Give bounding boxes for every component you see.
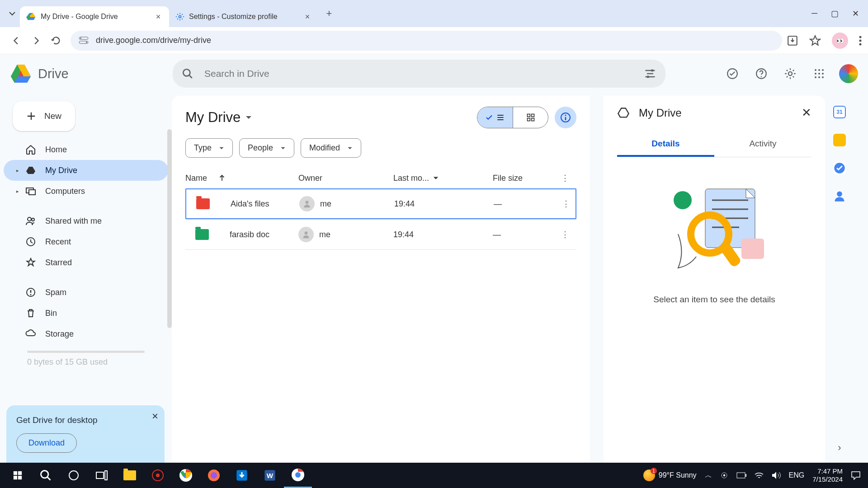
- chrome-active-icon[interactable]: [284, 463, 312, 488]
- row-more-icon[interactable]: ⋮: [557, 199, 575, 209]
- filter-chip-modified[interactable]: Modified: [301, 138, 361, 158]
- firefox-icon[interactable]: [200, 463, 228, 488]
- sidebar-item-starred[interactable]: Starred: [4, 252, 168, 273]
- svg-point-0: [179, 16, 181, 18]
- sidebar-item-home[interactable]: Home: [4, 139, 168, 160]
- sort-asc-icon[interactable]: [218, 174, 226, 182]
- browser-tab-inactive[interactable]: Settings - Customize profile ×: [169, 6, 318, 27]
- sidebar-item-my-drive[interactable]: ▸My Drive: [4, 160, 168, 181]
- apps-grid-icon[interactable]: [810, 65, 828, 83]
- list-view-button[interactable]: [477, 107, 513, 128]
- chrome-profile-icon[interactable]: 👀: [832, 33, 848, 49]
- account-avatar[interactable]: [839, 64, 858, 83]
- sidebar-scrollbar[interactable]: [167, 129, 172, 328]
- col-size-label[interactable]: File size: [493, 174, 556, 183]
- breadcrumb[interactable]: My Drive: [185, 109, 252, 126]
- ready-offline-icon[interactable]: [723, 65, 741, 83]
- rail-collapse-icon[interactable]: ›: [838, 442, 841, 454]
- drive-logo[interactable]: Drive: [10, 64, 173, 84]
- filter-chip-people[interactable]: People: [239, 138, 294, 158]
- expand-icon[interactable]: ▸: [16, 188, 19, 194]
- keep-addon-icon[interactable]: [833, 134, 846, 146]
- search-input[interactable]: [204, 68, 633, 79]
- tray-wifi-icon[interactable]: [755, 472, 764, 479]
- row-more-icon[interactable]: ⋮: [556, 230, 574, 239]
- col-name-label[interactable]: Name: [185, 174, 207, 183]
- toggle-details-button[interactable]: [555, 107, 576, 128]
- start-button[interactable]: [4, 463, 32, 488]
- expand-icon[interactable]: ▸: [16, 168, 19, 174]
- tasks-addon-icon[interactable]: [833, 162, 846, 174]
- tray-location-icon[interactable]: [720, 471, 728, 479]
- url-field[interactable]: drive.google.com/drive/my-drive: [71, 31, 782, 51]
- downloads-icon[interactable]: [228, 463, 256, 488]
- reload-button[interactable]: [46, 31, 66, 51]
- download-button[interactable]: Download: [16, 433, 77, 453]
- close-window-icon[interactable]: ✕: [852, 9, 859, 19]
- install-app-icon[interactable]: [787, 35, 798, 47]
- chrome-menu-icon[interactable]: [859, 36, 862, 46]
- task-view-icon[interactable]: [88, 463, 116, 488]
- search-box[interactable]: [173, 60, 665, 88]
- action-center-icon[interactable]: [851, 471, 861, 480]
- close-details-icon[interactable]: ✕: [802, 106, 811, 120]
- tray-volume-icon[interactable]: [772, 471, 781, 479]
- close-tab-icon[interactable]: ×: [303, 12, 312, 21]
- close-promo-icon[interactable]: ×: [152, 410, 158, 422]
- sidebar-item-storage[interactable]: Storage: [4, 324, 168, 344]
- drive-logo-icon: [10, 64, 32, 84]
- svg-point-8: [859, 43, 862, 45]
- settings-icon[interactable]: [781, 65, 799, 83]
- details-empty-message: Select an item to see the details: [617, 295, 811, 305]
- svg-rect-35: [531, 118, 534, 121]
- col-owner-label[interactable]: Owner: [298, 174, 393, 183]
- windows-taskbar: W 1 99°F Sunny ︿ ENG 7:47 PM 7/15/2024: [0, 463, 868, 488]
- browser-tab-active[interactable]: My Drive - Google Drive ×: [20, 6, 169, 27]
- weather-widget[interactable]: 1 99°F Sunny: [643, 469, 697, 481]
- table-row[interactable]: farasib docme19:44—⋮: [185, 219, 576, 250]
- grid-view-button[interactable]: [513, 107, 548, 128]
- site-info-icon[interactable]: [79, 37, 89, 45]
- tray-language[interactable]: ENG: [789, 471, 805, 479]
- tray-chevron-icon[interactable]: ︿: [705, 471, 712, 480]
- sidebar-item-recent[interactable]: Recent: [4, 231, 168, 252]
- bookmark-icon[interactable]: [809, 35, 821, 47]
- tray-battery-icon[interactable]: [736, 472, 746, 479]
- tab-details[interactable]: Details: [617, 132, 714, 157]
- sidebar-item-computers[interactable]: ▸Computers: [4, 181, 168, 202]
- sidebar-item-spam[interactable]: Spam: [4, 282, 168, 303]
- calendar-addon-icon[interactable]: 31: [833, 106, 846, 118]
- caret-down-icon[interactable]: [433, 175, 439, 181]
- taskbar-app-icon[interactable]: [144, 463, 172, 488]
- tab-title: Settings - Customize profile: [189, 13, 278, 21]
- word-icon[interactable]: W: [256, 463, 284, 488]
- sidebar-item-bin[interactable]: Bin: [4, 303, 168, 324]
- tab-search-dropdown[interactable]: [5, 6, 20, 21]
- close-tab-icon[interactable]: ×: [154, 12, 163, 21]
- cortana-icon[interactable]: [60, 463, 88, 488]
- sidebar-item-shared-with-me[interactable]: Shared with me: [4, 211, 168, 231]
- col-modified-label[interactable]: Last mo...: [393, 174, 429, 183]
- help-icon[interactable]: [752, 65, 770, 83]
- header-more-icon[interactable]: ⋮: [556, 173, 574, 183]
- tab-activity[interactable]: Activity: [714, 132, 811, 157]
- new-button-label: New: [44, 111, 61, 121]
- search-icon: [182, 68, 193, 80]
- maximize-icon[interactable]: ▢: [831, 9, 839, 19]
- svg-text:W: W: [267, 472, 274, 479]
- tray-date: 7/15/2024: [812, 475, 843, 483]
- minimize-icon[interactable]: ─: [811, 9, 817, 19]
- forward-button[interactable]: [26, 31, 46, 51]
- back-button[interactable]: [6, 31, 26, 51]
- tray-clock[interactable]: 7:47 PM 7/15/2024: [812, 467, 843, 483]
- taskbar-search-icon[interactable]: [32, 463, 60, 488]
- chrome-taskbar-icon[interactable]: [172, 463, 200, 488]
- new-tab-button[interactable]: +: [321, 5, 337, 22]
- search-options-icon[interactable]: [644, 67, 656, 80]
- svg-rect-10: [651, 70, 653, 72]
- table-row[interactable]: Aida's filesme19:44—⋮: [185, 188, 576, 219]
- new-button[interactable]: New: [13, 101, 75, 131]
- file-explorer-icon[interactable]: [116, 463, 144, 488]
- filter-chip-type[interactable]: Type: [185, 138, 233, 158]
- contacts-addon-icon[interactable]: [833, 190, 846, 202]
